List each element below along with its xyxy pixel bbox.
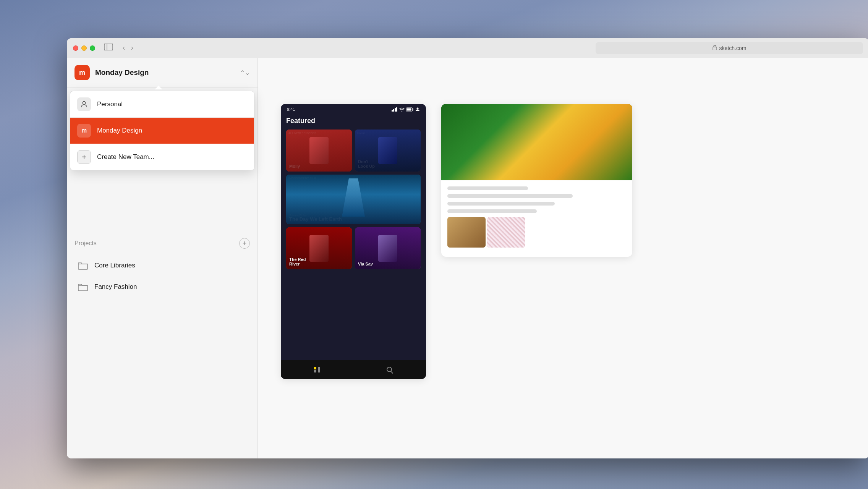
workspace-header[interactable]: m Monday Design ⌃⌄	[67, 58, 257, 87]
monday-icon: m	[77, 124, 91, 138]
phone-card-day-left-earth: Independent Film The Day We Left Earth S…	[286, 175, 421, 224]
svg-rect-5	[393, 109, 394, 112]
svg-rect-13	[314, 370, 316, 372]
svg-rect-0	[104, 44, 113, 50]
workspace-dropdown: Personal m Monday Design + Create New Te…	[70, 91, 254, 170]
phone-featured-label: Featured	[286, 117, 421, 125]
content-grid: 9:41	[258, 58, 868, 394]
svg-point-11	[417, 108, 419, 110]
phone-home-icon	[313, 366, 321, 374]
person-icon	[415, 107, 420, 112]
dropdown-item-create-new[interactable]: + Create New Team...	[70, 144, 254, 170]
right-content-card	[441, 104, 632, 257]
text-line-1	[447, 186, 528, 190]
svg-line-16	[391, 371, 393, 373]
projects-header: Projects +	[74, 238, 250, 249]
lock-icon	[713, 45, 717, 51]
svg-rect-14	[318, 367, 320, 372]
svg-point-15	[387, 367, 392, 372]
right-card-image	[441, 104, 632, 180]
bottom-image-1	[447, 217, 486, 248]
window-content: m Monday Design ⌃⌄ Personal	[67, 58, 868, 458]
project-name-core-libraries: Core Libraries	[94, 262, 135, 269]
svg-rect-10	[407, 108, 411, 110]
phone-status-bar: 9:41	[281, 104, 426, 113]
dropdown-item-create-label: Create New Team...	[97, 153, 154, 161]
phone-card-dont-look-up: Horror Don'tLook Up	[355, 130, 421, 172]
folder-icon-core-libraries	[77, 259, 89, 272]
svg-point-3	[83, 102, 85, 104]
phone-nav-bar	[281, 360, 426, 379]
phone-cards-grid: All New Episodes Molly	[286, 130, 421, 269]
phone-card-via-sav: Via Sav	[355, 227, 421, 269]
flower-image	[441, 104, 632, 180]
svg-rect-12	[314, 367, 316, 369]
dropdown-arrow	[155, 86, 162, 89]
main-content: 9:41	[258, 58, 868, 458]
project-item-core-libraries[interactable]: Core Libraries	[74, 255, 250, 276]
traffic-lights	[73, 45, 95, 51]
text-line-3	[447, 202, 555, 206]
minimize-button[interactable]	[81, 45, 87, 51]
workspace-icon: m	[74, 65, 90, 80]
address-bar[interactable]: sketch.com	[596, 42, 863, 54]
signal-icon	[392, 107, 398, 112]
workspace-name: Monday Design	[95, 68, 240, 77]
projects-section: Projects + Core Libraries	[67, 229, 257, 301]
dropdown-item-personal-label: Personal	[97, 100, 123, 108]
titlebar: ‹ › sketch.com	[67, 38, 868, 58]
sidebar: m Monday Design ⌃⌄ Personal	[67, 58, 258, 458]
back-button[interactable]: ‹	[120, 43, 127, 53]
dropdown-item-monday-design[interactable]: m Monday Design	[70, 118, 254, 144]
workspace-icon-letter: m	[79, 69, 85, 77]
phone-status-icons	[392, 107, 420, 112]
personal-icon	[77, 97, 91, 111]
project-name-fancy-fashion: Fancy Fashion	[94, 283, 137, 291]
projects-add-button[interactable]: +	[239, 238, 250, 249]
battery-icon	[406, 107, 414, 112]
dropdown-item-monday-label: Monday Design	[97, 127, 142, 134]
dropdown-item-personal[interactable]: Personal	[70, 91, 254, 118]
svg-rect-4	[392, 110, 393, 112]
bottom-image-2	[487, 217, 525, 248]
project-item-fancy-fashion[interactable]: Fancy Fashion	[74, 276, 250, 298]
sidebar-toggle-icon[interactable]	[104, 44, 113, 52]
right-card-text-content	[441, 180, 632, 254]
bottom-images	[447, 217, 626, 248]
app-window: ‹ › sketch.com m Monday Design ⌃⌄	[67, 38, 868, 458]
projects-label: Projects	[74, 240, 239, 247]
text-line-2	[447, 194, 573, 198]
create-new-icon: +	[77, 150, 91, 164]
close-button[interactable]	[73, 45, 78, 51]
folder-icon-fancy-fashion	[77, 281, 89, 293]
chevron-updown-icon: ⌃⌄	[240, 69, 250, 76]
phone-search-icon	[385, 366, 394, 374]
phone-featured-content: Featured All New Episodes Molly	[281, 113, 426, 360]
phone-card-molly: All New Episodes Molly	[286, 130, 352, 172]
svg-rect-7	[396, 107, 397, 112]
svg-rect-6	[395, 108, 396, 112]
maximize-button[interactable]	[90, 45, 95, 51]
svg-point-8	[402, 110, 402, 111]
phone-time: 9:41	[287, 107, 295, 112]
phone-mockup-card: 9:41	[281, 104, 426, 379]
phone-card-red-river: The RedRiver	[286, 227, 352, 269]
phone-screen: 9:41	[281, 104, 426, 379]
svg-rect-2	[713, 47, 717, 50]
wifi-icon	[399, 107, 405, 112]
forward-button[interactable]: ›	[129, 43, 136, 53]
nav-buttons: ‹ ›	[120, 43, 136, 53]
text-line-4	[447, 209, 537, 213]
url-text: sketch.com	[719, 45, 747, 51]
